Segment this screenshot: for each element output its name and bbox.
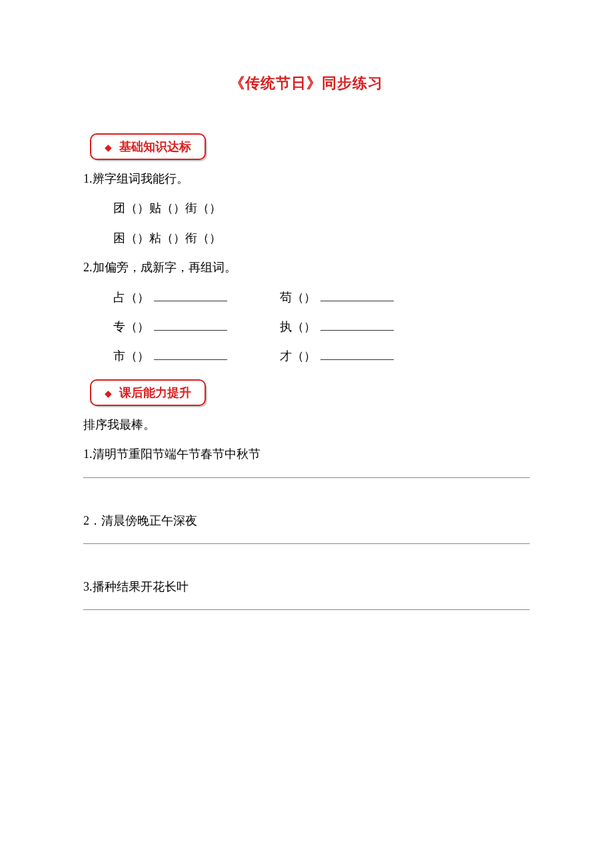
blank-input[interactable] [154,348,227,360]
q2-right-2-text: 执（） [280,320,316,333]
q2-left-3-text: 市（） [113,349,149,363]
worksheet-page: 《传统节日》同步练习 ◆ 基础知识达标 1.辨字组词我能行。 团（）贴（）街（）… [0,0,613,610]
section-advanced: ◆ 课后能力提升 排序我最棒。 1.清明节重阳节端午节春节中秋节 2．清晨傍晚正… [83,379,530,611]
q1-line2[interactable]: 困（）粘（）衔（） [83,227,530,249]
answer-line-1[interactable] [83,477,530,478]
sort-item-3: 3.播种结果开花长叶 [83,576,530,597]
section-label-advanced-text: 课后能力提升 [119,386,191,399]
q2-cell-left-1[interactable]: 占（） [113,287,280,308]
page-title: 《传统节日》同步练习 [83,73,530,93]
section-label-advanced: ◆ 课后能力提升 [90,379,206,406]
blank-input[interactable] [320,319,394,331]
section-label-basics: ◆ 基础知识达标 [90,133,206,160]
q2-cell-right-1[interactable]: 苟（） [280,287,446,308]
q2-cell-right-3[interactable]: 才（） [280,345,446,367]
blank-input[interactable] [154,319,227,331]
q2-left-1-text: 占（） [113,291,149,304]
q2-prompt: 2.加偏旁，成新字，再组词。 [83,257,530,278]
blank-input[interactable] [320,348,394,360]
q2-left-2-text: 专（） [113,320,149,333]
section-label-basics-text: 基础知识达标 [119,140,191,153]
sort-item-1: 1.清明节重阳节端午节春节中秋节 [83,443,530,465]
q2-row-2: 专（） 执（） [83,316,530,337]
sort-item-2: 2．清晨傍晚正午深夜 [83,510,530,531]
q2-cell-right-2[interactable]: 执（） [280,316,446,337]
answer-line-3[interactable] [83,609,530,610]
q2-cell-left-2[interactable]: 专（） [113,316,280,337]
diamond-icon: ◆ [105,388,112,399]
sort-intro: 排序我最棒。 [83,414,530,435]
q2-right-1-text: 苟（） [280,291,316,304]
q1-prompt: 1.辨字组词我能行。 [83,168,530,189]
answer-line-2[interactable] [83,543,530,544]
q2-right-3-text: 才（） [280,349,316,363]
q2-row-3: 市（） 才（） [83,345,530,367]
blank-input[interactable] [154,289,227,301]
q2-cell-left-3[interactable]: 市（） [113,345,280,367]
blank-input[interactable] [320,289,394,301]
q2-row-1: 占（） 苟（） [83,287,530,308]
section-basics: ◆ 基础知识达标 1.辨字组词我能行。 团（）贴（）街（） 困（）粘（）衔（） … [83,133,530,367]
diamond-icon: ◆ [105,142,112,153]
q1-line1[interactable]: 团（）贴（）街（） [83,197,530,219]
